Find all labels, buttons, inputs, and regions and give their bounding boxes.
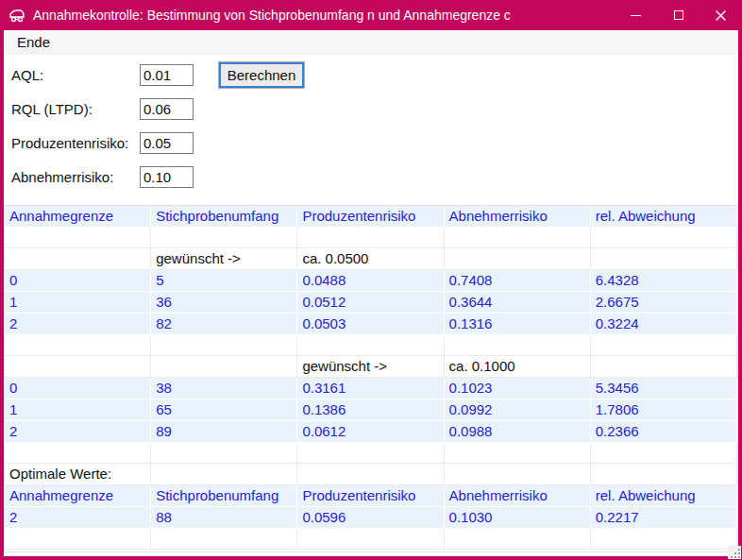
table-cell bbox=[591, 529, 737, 550]
aql-label: AQL: bbox=[11, 64, 43, 86]
table-cell: 1.7806 bbox=[591, 399, 737, 421]
menubar: Ende bbox=[4, 30, 738, 55]
table-cell: 0.2217 bbox=[591, 507, 737, 529]
table-cell: gewünscht -> bbox=[151, 248, 297, 270]
table-cell bbox=[151, 443, 297, 464]
table-cell: 0.3161 bbox=[297, 378, 444, 399]
table-cell: Abnehmerrisiko bbox=[445, 206, 591, 228]
caption-buttons bbox=[615, 0, 742, 30]
maximize-icon bbox=[674, 10, 683, 20]
table-row: 050.04880.74086.4328 bbox=[5, 270, 737, 292]
table-cell: 0.1030 bbox=[445, 507, 591, 529]
table-row: Optimale Werte: bbox=[5, 464, 737, 485]
table-cell: 1 bbox=[5, 292, 151, 314]
produzentenrisiko-label: Produzentenrisiko: bbox=[11, 132, 128, 154]
table-cell bbox=[445, 443, 591, 464]
table-cell: gewünscht -> bbox=[297, 356, 444, 378]
table-cell: Stichprobenumfang bbox=[151, 206, 297, 228]
menu-item-ende[interactable]: Ende bbox=[10, 30, 57, 55]
window-title: Annahmekontrolle: Bestimmung von Stichpr… bbox=[33, 8, 511, 23]
table-cell: 38 bbox=[151, 378, 297, 399]
table-cell bbox=[445, 228, 591, 248]
rql-input[interactable] bbox=[140, 98, 194, 120]
produzentenrisiko-input[interactable] bbox=[140, 132, 194, 154]
table-cell: Produzentenrisiko bbox=[297, 485, 444, 507]
table-cell: ca. 0.0500 bbox=[297, 248, 444, 270]
table-cell bbox=[591, 356, 737, 378]
table-row: 1360.05120.36442.6675 bbox=[5, 292, 737, 314]
table-cell: 2 bbox=[5, 314, 151, 335]
table-cell bbox=[591, 443, 737, 464]
table-cell: 0.0488 bbox=[297, 270, 444, 292]
table-cell: rel. Abweichung bbox=[591, 485, 737, 507]
table-row bbox=[5, 228, 737, 248]
table-cell: 0.1023 bbox=[445, 378, 591, 399]
table-cell bbox=[5, 335, 151, 356]
table-cell: 65 bbox=[151, 399, 297, 421]
table-row: 2820.05030.13160.3224 bbox=[5, 314, 737, 335]
table-cell bbox=[297, 464, 444, 485]
table-cell: 0 bbox=[5, 378, 151, 399]
table-cell: Abnehmerrisiko bbox=[445, 485, 591, 507]
table-cell bbox=[297, 529, 444, 550]
app-window: Annahmekontrolle: Bestimmung von Stichpr… bbox=[0, 0, 742, 560]
table-cell: 5 bbox=[151, 270, 297, 292]
table-cell bbox=[591, 248, 737, 270]
table-row: 2880.05960.10300.2217 bbox=[5, 507, 737, 529]
table-cell: Optimale Werte: bbox=[5, 464, 151, 485]
table-cell: Produzentenrisiko bbox=[297, 206, 444, 228]
abnehmerrisiko-label: Abnehmerrisiko: bbox=[11, 166, 113, 188]
maximize-button[interactable] bbox=[657, 0, 700, 30]
table-cell: 0.0512 bbox=[297, 292, 444, 314]
table-cell: 5.3456 bbox=[591, 378, 737, 399]
table-cell bbox=[151, 335, 297, 356]
close-button[interactable] bbox=[700, 0, 742, 30]
abnehmerrisiko-input[interactable] bbox=[140, 166, 194, 188]
minimize-button[interactable] bbox=[615, 0, 657, 30]
table-cell: 0.1316 bbox=[445, 314, 591, 335]
table-cell bbox=[445, 464, 591, 485]
results-table: AnnahmegrenzeStichprobenumfangProduzente… bbox=[5, 206, 737, 550]
table-cell: 6.4328 bbox=[591, 270, 737, 292]
table-cell bbox=[5, 443, 151, 464]
table-cell: 2 bbox=[5, 421, 151, 443]
rql-label: RQL (LTPD): bbox=[11, 98, 93, 120]
table-cell bbox=[445, 529, 591, 550]
table-row: AnnahmegrenzeStichprobenumfangProduzente… bbox=[5, 485, 737, 507]
aql-input[interactable] bbox=[140, 64, 194, 86]
table-cell: 0.3224 bbox=[591, 314, 737, 335]
table-cell: 82 bbox=[151, 314, 297, 335]
table-cell: 88 bbox=[151, 507, 297, 529]
berechnen-button[interactable]: Berechnen bbox=[219, 62, 304, 88]
table-cell bbox=[445, 248, 591, 270]
results-grid: AnnahmegrenzeStichprobenumfangProduzente… bbox=[4, 205, 738, 552]
table-cell: ca. 0.1000 bbox=[445, 356, 591, 378]
table-cell: 0.0988 bbox=[445, 421, 591, 443]
table-cell bbox=[5, 529, 151, 550]
app-icon bbox=[8, 8, 25, 23]
table-cell bbox=[5, 248, 151, 270]
table-cell: Annahmegrenze bbox=[5, 485, 151, 507]
table-cell bbox=[591, 335, 737, 356]
minimize-icon bbox=[631, 15, 641, 16]
table-cell bbox=[5, 356, 151, 378]
table-cell: 36 bbox=[151, 292, 297, 314]
table-cell: 0.3644 bbox=[445, 292, 591, 314]
table-cell: Annahmegrenze bbox=[5, 206, 151, 228]
table-row: gewünscht ->ca. 0.0500 bbox=[5, 248, 737, 270]
table-cell bbox=[5, 228, 151, 248]
table-cell: 89 bbox=[151, 421, 297, 443]
table-cell: 0 bbox=[5, 270, 151, 292]
titlebar[interactable]: Annahmekontrolle: Bestimmung von Stichpr… bbox=[0, 0, 742, 30]
resize-grip[interactable] bbox=[728, 546, 741, 559]
table-cell bbox=[297, 335, 444, 356]
table-cell bbox=[297, 228, 444, 248]
table-cell: 0.0503 bbox=[297, 314, 444, 335]
table-cell bbox=[297, 443, 444, 464]
table-row: 1650.13860.09921.7806 bbox=[5, 399, 737, 421]
table-row: 2890.06120.09880.2366 bbox=[5, 421, 737, 443]
table-cell bbox=[151, 529, 297, 550]
table-cell: rel. Abweichung bbox=[591, 206, 737, 228]
table-cell bbox=[151, 464, 297, 485]
table-cell: 0.0992 bbox=[445, 399, 591, 421]
